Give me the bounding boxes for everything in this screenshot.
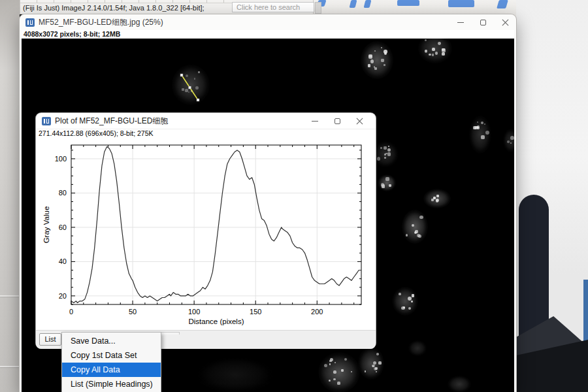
svg-text:80: 80 xyxy=(59,189,67,197)
menu-item-list-simple-headings[interactable]: List (Simple Headings) xyxy=(62,377,161,391)
close-button[interactable] xyxy=(494,14,516,30)
svg-text:50: 50 xyxy=(129,308,137,316)
plot-info-bar: 271.44x112.88 (696x405); 8-bit; 275K xyxy=(36,129,376,139)
close-icon xyxy=(502,19,509,26)
minimize-icon xyxy=(312,121,318,122)
image-info-bar: 4088x3072 pixels; 8-bit; 12MB xyxy=(22,30,514,39)
image-window-controls xyxy=(449,14,516,30)
image-window-titlebar[interactable]: MF52_MF-BGU-LED细胞.jpg (25%) xyxy=(20,14,516,30)
maximize-icon xyxy=(335,118,340,124)
maximize-button[interactable] xyxy=(326,113,348,129)
svg-text:100: 100 xyxy=(188,308,200,316)
svg-text:Distance (pixels): Distance (pixels) xyxy=(189,318,244,325)
wallpaper-seam xyxy=(0,295,20,297)
menu-item-copy-all-data[interactable]: Copy All Data xyxy=(62,363,161,377)
wallpaper-letter-fragment xyxy=(350,0,357,8)
close-button[interactable] xyxy=(348,113,370,129)
wallpaper-blue-sliver xyxy=(583,280,588,348)
imagej-window-icon xyxy=(25,18,35,27)
minimize-icon xyxy=(457,22,464,23)
svg-text:200: 200 xyxy=(311,308,323,316)
fiji-toolbar-buttons-clipped[interactable] xyxy=(20,0,236,3)
close-icon xyxy=(356,118,363,125)
search-box-edge xyxy=(315,2,321,14)
svg-text:40: 40 xyxy=(59,257,67,265)
svg-text:0: 0 xyxy=(69,308,73,316)
profile-plot: 05010015020020406080100Distance (pixels)… xyxy=(36,138,376,330)
minimize-button[interactable] xyxy=(304,113,326,129)
maximize-button[interactable] xyxy=(472,14,494,30)
menu-item-save-data[interactable]: Save Data... xyxy=(62,334,161,348)
wallpaper-seam xyxy=(0,366,20,367)
search-input[interactable]: Click here to search xyxy=(232,2,314,12)
minimize-button[interactable] xyxy=(449,14,472,30)
image-window-title: MF52_MF-BGU-LED细胞.jpg (25%) xyxy=(39,14,163,30)
menu-item-copy-1st-data-set[interactable]: Copy 1st Data Set xyxy=(62,348,161,363)
svg-text:60: 60 xyxy=(59,223,67,231)
plot-window-title: Plot of MF52_MF-BGU-LED细胞 xyxy=(55,113,168,129)
imagej-window-icon xyxy=(42,117,51,125)
list-button[interactable]: List xyxy=(39,333,61,346)
plot-list-context-menu: Save Data...Copy 1st Data SetCopy All Da… xyxy=(61,332,161,392)
svg-text:150: 150 xyxy=(250,308,261,316)
fiji-main-window: (Fiji Is Just) ImageJ 2.14.0/1.54f; Java… xyxy=(20,0,314,14)
maximize-icon xyxy=(480,20,486,25)
plot-area: 05010015020020406080100Distance (pixels)… xyxy=(36,138,376,330)
wallpaper-letter-fragment xyxy=(497,0,508,8)
plot-window-controls xyxy=(304,113,370,129)
svg-text:100: 100 xyxy=(55,155,67,163)
svg-text:Gray Value: Gray Value xyxy=(42,206,50,244)
wallpaper-letter-fragment xyxy=(364,0,372,8)
wallpaper-letter-fragment xyxy=(397,0,419,6)
wallpaper-letter-fragment xyxy=(448,0,474,7)
svg-text:20: 20 xyxy=(59,292,67,300)
fiji-status-text: (Fiji Is Just) ImageJ 2.14.0/1.54f; Java… xyxy=(23,4,204,12)
desktop-right-area xyxy=(516,0,588,392)
plot-window: Plot of MF52_MF-BGU-LED细胞 271.44x112.88 … xyxy=(36,113,376,348)
desktop-left-strip xyxy=(0,0,20,392)
